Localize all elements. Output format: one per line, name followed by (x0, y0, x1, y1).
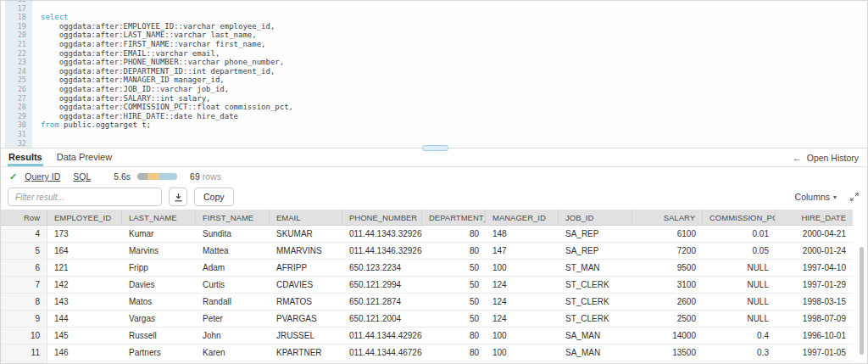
code-text: oggdata:after:DEPARTMENT_ID::int departm… (32, 67, 275, 76)
success-check-icon: ✓ (9, 171, 17, 182)
table-cell: 1997-04-10 (776, 260, 853, 276)
table-row[interactable]: 8143MatosRandallRMATOS650.121.287450124S… (1, 294, 853, 311)
table-cell: 011.44.1344.467268 (342, 344, 422, 361)
code-line: 31 (5, 130, 867, 139)
table-cell: CDAVIES (270, 277, 342, 293)
column-header-job_id[interactable]: JOB_ID (559, 210, 632, 225)
table-cell: AFRIPP (270, 260, 342, 276)
column-header-employee_id[interactable]: EMPLOYEE_ID (47, 210, 122, 225)
table-cell: Matos (122, 294, 196, 310)
table-cell: 124 (486, 277, 559, 293)
column-header-salary[interactable]: SALARY (632, 210, 703, 225)
open-history-button[interactable]: ← Open History (793, 148, 867, 166)
table-cell: 50 (422, 294, 486, 310)
tab-results[interactable]: Results (8, 148, 43, 166)
code-line: 24 oggdata:after:DEPARTMENT_ID::int depa… (5, 67, 867, 76)
code-text: oggdata:after:MANAGER_ID manager_id, (32, 76, 225, 85)
table-row[interactable]: 5164MarvinsMatteaMMARVINS011.44.1346.329… (1, 243, 853, 260)
code-line: 18select (5, 13, 867, 22)
table-cell: 80 (422, 344, 486, 361)
toolbar-right: Columns ▾ (795, 192, 859, 202)
table-row[interactable]: 4173KumarSunditaSKUMAR011.44.1343.329268… (1, 226, 853, 243)
table-cell: 14000 (632, 328, 703, 344)
code-text: oggdata:after:HIRE_DATE::date hire_date (32, 112, 238, 121)
code-lines: 161718select19 oggdata:after:EMPLOYEE_ID… (5, 1, 867, 148)
line-number: 30 (5, 120, 32, 130)
duration-breakdown-bar (137, 173, 177, 180)
table-cell: Karen (196, 344, 270, 361)
panel-resize-handle[interactable] (422, 145, 448, 151)
table-row[interactable]: 10145RussellJohnJRUSSEL011.44.1344.42926… (1, 328, 853, 344)
table-cell: 13500 (632, 344, 703, 361)
code-text: oggdata:after:EMPLOYEE_ID::varchar emplo… (32, 22, 275, 31)
expand-icon (850, 193, 859, 201)
table-row[interactable]: 6121FrippAdamAFRIPP650.123.223450100ST_M… (1, 260, 853, 277)
tab-label: Data Preview (57, 152, 112, 162)
table-cell: 100 (486, 328, 559, 344)
line-number: 23 (5, 58, 32, 67)
sql-editor[interactable]: 161718select19 oggdata:after:EMPLOYEE_ID… (1, 1, 867, 148)
table-cell: 80 (422, 243, 486, 259)
table-cell: SKUMAR (270, 226, 342, 242)
code-line: 19 oggdata:after:EMPLOYEE_ID::varchar em… (5, 22, 867, 31)
code-text: from public.oggtarget t; (32, 120, 151, 130)
table-cell: 0.05 (703, 243, 776, 259)
row-number-cell: 6 (1, 260, 47, 276)
table-row[interactable]: 7142DaviesCurtisCDAVIES650.121.299450124… (1, 277, 853, 294)
copy-button[interactable]: Copy (194, 188, 234, 206)
code-text: select (32, 13, 69, 22)
column-header-email[interactable]: EMAIL (270, 210, 342, 225)
table-cell: 011.44.1344.429268 (342, 328, 422, 344)
columns-dropdown[interactable]: Columns ▾ (795, 192, 837, 202)
table-row[interactable]: 9144VargasPeterPVARGAS650.121.200450124S… (1, 311, 853, 328)
line-number: 29 (5, 112, 32, 121)
column-header-row[interactable]: Row (1, 210, 47, 225)
table-cell: ST_MAN (559, 260, 632, 276)
table-cell: Kumar (122, 226, 196, 242)
table-cell: 650.121.2994 (342, 277, 422, 293)
download-button[interactable] (169, 188, 187, 206)
line-number: 27 (5, 94, 32, 104)
code-line: 26 oggdata:after:JOB_ID::varchar job_id, (5, 85, 867, 94)
column-header-phone_number[interactable]: PHONE_NUMBER (342, 210, 422, 225)
table-cell: 146 (47, 344, 122, 361)
results-tab-bar: ResultsData Preview ← Open History (1, 148, 867, 167)
column-header-manager_id[interactable]: MANAGER_ID (486, 210, 559, 225)
column-header-first_name[interactable]: FIRST_NAME (196, 210, 270, 225)
row-number-cell: 8 (1, 294, 47, 310)
table-cell: 0.3 (703, 344, 776, 361)
line-number: 21 (5, 40, 32, 49)
tabs: ResultsData Preview (8, 148, 125, 166)
table-cell: RMATOS (270, 294, 342, 310)
column-header-hire_date[interactable]: HIRE_DATE (776, 210, 853, 225)
query-id-link[interactable]: Query ID (25, 171, 60, 182)
tab-data-preview[interactable]: Data Preview (56, 148, 113, 166)
column-header-last_name[interactable]: LAST_NAME (122, 210, 196, 225)
line-number: 20 (5, 31, 32, 40)
line-number: 19 (5, 22, 32, 31)
open-history-label: Open History (807, 153, 859, 163)
line-number: 28 (5, 103, 32, 112)
table-cell: 142 (47, 277, 122, 293)
table-cell: 2000-01-24 (776, 243, 853, 259)
expand-results-button[interactable] (850, 193, 859, 201)
table-cell: Vargas (122, 311, 196, 327)
sql-worksheet: 161718select19 oggdata:after:EMPLOYEE_ID… (0, 0, 868, 364)
table-cell: 650.121.2004 (342, 311, 422, 327)
vertical-scrollbar-thumb[interactable] (860, 247, 864, 355)
column-header-department_id[interactable]: DEPARTMENT_ID (422, 210, 486, 225)
line-number: 25 (5, 76, 32, 85)
table-cell: Partners (122, 344, 196, 361)
line-number: 18 (5, 13, 32, 22)
table-cell: Davies (122, 277, 196, 293)
column-header-commission_pct[interactable]: COMMISSION_PCT (703, 210, 776, 225)
table-cell: 7200 (632, 243, 703, 259)
code-line: 27 oggdata:after:SALARY::int salary, (5, 94, 867, 104)
table-cell: Randall (196, 294, 270, 310)
sql-link[interactable]: SQL (73, 171, 91, 182)
filter-input[interactable] (8, 188, 162, 206)
table-cell: PVARGAS (270, 311, 342, 327)
table-row[interactable]: 11146PartnersKarenKPARTNER011.44.1344.46… (1, 344, 853, 361)
table-cell: 100 (486, 260, 559, 276)
table-cell: 011.44.1343.329268 (342, 226, 422, 242)
